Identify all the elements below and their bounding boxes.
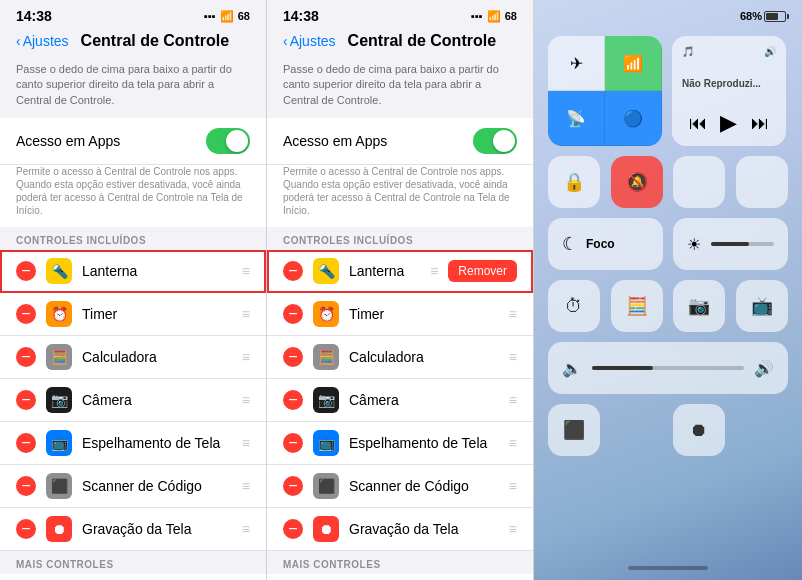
- item-espelhamento-2[interactable]: − 📺 Espelhamento de Tela ≡: [267, 422, 533, 465]
- battery-pct: 68%: [740, 10, 762, 22]
- back-button-1[interactable]: ‹ Ajustes: [16, 33, 69, 49]
- icon-timer-1: ⏰: [46, 301, 72, 327]
- cc-lock-rotation-btn[interactable]: 🔒: [548, 156, 600, 208]
- back-chevron-1: ‹: [16, 33, 21, 49]
- battery-bar: [764, 11, 786, 22]
- status-icons-2: ▪▪▪ 📶 68: [471, 10, 517, 23]
- battery-fill: [766, 13, 778, 20]
- item-calc-1[interactable]: − 🧮 Calculadora ≡: [0, 336, 266, 379]
- brightness-track: [711, 242, 774, 246]
- icon-calc-2: 🧮: [313, 344, 339, 370]
- item-camera-2[interactable]: − 📷 Câmera ≡: [267, 379, 533, 422]
- minus-btn-lanterna-1[interactable]: −: [16, 261, 36, 281]
- item-scanner-1[interactable]: − ⬛ Scanner de Código ≡: [0, 465, 266, 508]
- cc-silent-btn[interactable]: 🔕: [611, 156, 663, 208]
- cc-calc-btn[interactable]: 🧮: [611, 280, 663, 332]
- cc-scan-btn[interactable]: ⬛: [548, 404, 600, 456]
- cc-play-btn[interactable]: ▶: [720, 110, 737, 136]
- cc-np-controls: ⏮ ▶ ⏭: [682, 110, 776, 136]
- label-calc-1: Calculadora: [82, 349, 232, 365]
- minus-btn-scanner-1[interactable]: −: [16, 476, 36, 496]
- minus-btn-calc-1[interactable]: −: [16, 347, 36, 367]
- minus-btn-timer-2[interactable]: −: [283, 304, 303, 324]
- access-toggle-1[interactable]: [206, 128, 250, 154]
- remover-button[interactable]: Remover: [448, 260, 517, 282]
- cc-brightness-slider[interactable]: ☀: [673, 218, 788, 270]
- minus-btn-timer-1[interactable]: −: [16, 304, 36, 324]
- volume-track: [592, 366, 744, 370]
- brightness-fill: [711, 242, 749, 246]
- icon-gravacao-1: ⏺: [46, 516, 72, 542]
- wifi-icon: 📶: [220, 10, 234, 23]
- cc-timer-btn[interactable]: ⏱: [548, 280, 600, 332]
- cc-next-btn[interactable]: ⏭: [751, 113, 769, 134]
- cc-mirror-btn[interactable]: 📺: [736, 280, 788, 332]
- cc-camera-btn[interactable]: 📷: [673, 280, 725, 332]
- item-lanterna-1[interactable]: − 🔦 Lanterna ≡: [0, 250, 266, 293]
- description-2: Passe o dedo de cima para baixo a partir…: [267, 56, 533, 118]
- cc-network-box: ✈ 📶 📡 🔵: [548, 36, 662, 146]
- item-camera-1[interactable]: − 📷 Câmera ≡: [0, 379, 266, 422]
- label-scanner-2: Scanner de Código: [349, 478, 499, 494]
- item-espelhamento-1[interactable]: − 📺 Espelhamento de Tela ≡: [0, 422, 266, 465]
- drag-lanterna-2: ≡: [430, 263, 438, 279]
- icon-scanner-2: ⬛: [313, 473, 339, 499]
- label-gravacao-2: Gravação da Tela: [349, 521, 499, 537]
- signal-icon: ▪▪▪: [204, 10, 216, 22]
- cc-record-btn[interactable]: ⏺: [673, 404, 725, 456]
- icon-lanterna-1: 🔦: [46, 258, 72, 284]
- minus-btn-camera-2[interactable]: −: [283, 390, 303, 410]
- access-label-1: Acesso em Apps: [16, 133, 120, 149]
- access-toggle-row-1: Acesso em Apps: [0, 118, 266, 165]
- item-acesso-2[interactable]: + ⬜ Acesso Guiado: [267, 574, 533, 580]
- item-acesso-1[interactable]: + ⬜ Acesso Guiado: [0, 574, 266, 580]
- cc-focus-btn[interactable]: ☾ Foco: [548, 218, 663, 270]
- item-timer-1[interactable]: − ⏰ Timer ≡: [0, 293, 266, 336]
- cc-wifi-btn[interactable]: 📡: [548, 91, 605, 146]
- drag-timer-1: ≡: [242, 306, 250, 322]
- drag-timer-2: ≡: [509, 306, 517, 322]
- item-gravacao-1[interactable]: − ⏺ Gravação da Tela ≡: [0, 508, 266, 551]
- cc-np-icon: 🎵: [682, 46, 694, 57]
- minus-btn-camera-1[interactable]: −: [16, 390, 36, 410]
- back-button-2[interactable]: ‹ Ajustes: [283, 33, 336, 49]
- label-lanterna-2: Lanterna: [349, 263, 420, 279]
- back-label-2: Ajustes: [290, 33, 336, 49]
- minus-btn-gravacao-2[interactable]: −: [283, 519, 303, 539]
- access-toggle-2[interactable]: [473, 128, 517, 154]
- cc-placeholder-2: [736, 156, 788, 208]
- nav-bar-1: ‹ Ajustes Central de Controle: [0, 28, 266, 56]
- cc-airplane-btn[interactable]: ✈: [548, 36, 605, 91]
- item-lanterna-2[interactable]: − 🔦 Lanterna ≡ Remover: [267, 250, 533, 293]
- item-calc-2[interactable]: − 🧮 Calculadora ≡: [267, 336, 533, 379]
- minus-btn-calc-2[interactable]: −: [283, 347, 303, 367]
- cc-bt-btn[interactable]: 🔵: [605, 91, 662, 146]
- minus-btn-lanterna-2[interactable]: −: [283, 261, 303, 281]
- minus-btn-scanner-2[interactable]: −: [283, 476, 303, 496]
- access-label-2: Acesso em Apps: [283, 133, 387, 149]
- access-toggle-row-2: Acesso em Apps: [267, 118, 533, 165]
- access-desc-2: Permite o acesso à Central de Controle n…: [267, 165, 533, 227]
- cc-cellular-btn[interactable]: 📶: [605, 36, 662, 91]
- home-indicator: [628, 566, 708, 570]
- icon-espelhamento-1: 📺: [46, 430, 72, 456]
- drag-calc-1: ≡: [242, 349, 250, 365]
- moon-icon: ☾: [562, 233, 578, 255]
- minus-btn-gravacao-1[interactable]: −: [16, 519, 36, 539]
- item-timer-2[interactable]: − ⏰ Timer ≡: [267, 293, 533, 336]
- back-label-1: Ajustes: [23, 33, 69, 49]
- cc-status-bar: 68%: [534, 0, 802, 28]
- description-1: Passe o dedo de cima para baixo a partir…: [0, 56, 266, 118]
- item-scanner-2[interactable]: − ⬛ Scanner de Código ≡: [267, 465, 533, 508]
- panel-control-center: 68% ✈ 📶 📡 🔵 🎵 🔊 Não Reproduzi...: [534, 0, 802, 580]
- cc-grid: ✈ 📶 📡 🔵 🎵 🔊 Não Reproduzi... ⏮ ▶ ⏭: [534, 28, 802, 464]
- minus-btn-espelhamento-2[interactable]: −: [283, 433, 303, 453]
- signal-icon-2: ▪▪▪: [471, 10, 483, 22]
- item-gravacao-2[interactable]: − ⏺ Gravação da Tela ≡: [267, 508, 533, 551]
- drag-calc-2: ≡: [509, 349, 517, 365]
- cc-prev-btn[interactable]: ⏮: [689, 113, 707, 134]
- minus-btn-espelhamento-1[interactable]: −: [16, 433, 36, 453]
- cc-volume-slider[interactable]: 🔈 🔊: [548, 342, 788, 394]
- section-more-2: MAIS CONTROLES: [267, 551, 533, 574]
- drag-camera-1: ≡: [242, 392, 250, 408]
